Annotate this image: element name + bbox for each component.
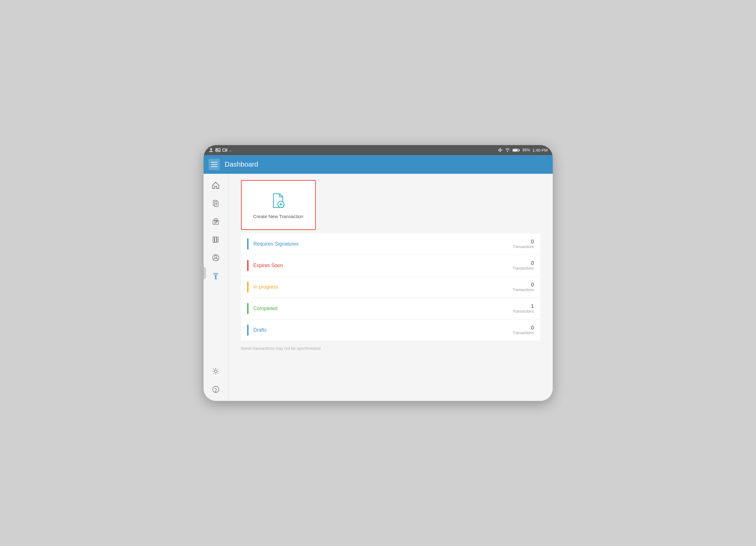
- status-bar-right: 86% 1:40 PM: [498, 148, 547, 152]
- requires-signatures-accent: [247, 238, 248, 249]
- archive-icon: [211, 235, 220, 244]
- svg-rect-19: [213, 237, 214, 242]
- svg-point-26: [214, 370, 217, 373]
- bottom-notice: Some transactions may not be synchronize…: [229, 341, 553, 356]
- sidebar-item-settings[interactable]: [206, 363, 225, 380]
- status-bar: ... 86% 1:40 PM: [204, 145, 553, 155]
- menu-button[interactable]: [209, 159, 220, 170]
- transaction-item-drafts[interactable]: Drafts 0 Transactions: [241, 320, 540, 341]
- completed-accent: [247, 303, 248, 314]
- content-area: Create New Transaction Requires Signatur…: [229, 174, 553, 401]
- requires-signatures-label: Requires Signatures: [253, 241, 513, 247]
- sidebar-item-home[interactable]: [206, 177, 225, 194]
- transaction-item-expires-soon[interactable]: Expires Soon 0 Transactions: [241, 255, 540, 277]
- sidebar-item-help[interactable]: [206, 381, 225, 398]
- dots-status: ...: [229, 148, 232, 152]
- svg-rect-0: [209, 151, 213, 152]
- menu-line-3: [211, 166, 217, 167]
- expires-soon-accent: [247, 260, 248, 271]
- svg-point-18: [217, 221, 218, 222]
- drafts-count: 0 Transactions: [513, 325, 534, 335]
- sidebar-item-broadcast[interactable]: [206, 267, 225, 284]
- bottom-notice-text: Some transactions may not be synchronize…: [241, 346, 321, 351]
- profile-icon: [211, 253, 220, 262]
- sidebar-item-archive[interactable]: [206, 231, 225, 248]
- svg-rect-15: [214, 219, 217, 221]
- upload-status-icon: [209, 148, 214, 152]
- svg-point-23: [215, 276, 216, 277]
- create-transaction-icon: [269, 191, 288, 210]
- settings-icon: [211, 367, 220, 376]
- sidebar: [204, 174, 229, 401]
- main-layout: Create New Transaction Requires Signatur…: [204, 174, 553, 401]
- app-header: Dashboard: [204, 155, 553, 174]
- document-icon: [211, 199, 220, 208]
- tablet-frame: ... 86% 1:40 PM: [204, 145, 553, 401]
- sidebar-handle: [204, 267, 206, 279]
- drafts-accent: [247, 325, 248, 336]
- svg-rect-7: [519, 149, 520, 151]
- menu-line-2: [211, 164, 217, 165]
- wifi-status-icon: [505, 148, 510, 152]
- battery-percent: 86%: [522, 148, 530, 152]
- header-title: Dashboard: [225, 160, 258, 168]
- create-transaction-label: Create New Transaction: [253, 214, 303, 219]
- menu-line-1: [211, 162, 217, 162]
- transaction-item-completed[interactable]: Completed 1 Transactions: [241, 298, 540, 320]
- completed-count: 1 Transactions: [513, 304, 534, 314]
- sidebar-item-transactions[interactable]: [206, 213, 225, 230]
- create-section: Create New Transaction: [229, 174, 553, 233]
- svg-rect-8: [513, 149, 518, 151]
- svg-rect-20: [215, 237, 216, 242]
- svg-rect-3: [223, 149, 226, 151]
- transaction-item-in-progress[interactable]: In progress 0 Transactions: [241, 277, 540, 298]
- expires-soon-count: 0 Transactions: [513, 260, 534, 270]
- requires-signatures-count: 0 Transactions: [513, 239, 534, 249]
- transaction-item-requires-signatures[interactable]: Requires Signatures 0 Transactions: [241, 233, 540, 255]
- status-bar-left: ...: [209, 148, 232, 152]
- expires-soon-label: Expires Soon: [253, 263, 513, 268]
- in-progress-accent: [247, 282, 248, 293]
- help-icon: [211, 385, 220, 394]
- sidebar-item-documents[interactable]: [206, 195, 225, 212]
- home-icon: [211, 181, 220, 190]
- in-progress-label: In progress: [253, 284, 513, 290]
- video-status-icon: [222, 148, 227, 152]
- svg-point-28: [215, 391, 216, 392]
- battery-status-icon: [513, 148, 520, 152]
- transaction-list: Requires Signatures 0 Transactions Expir…: [229, 233, 553, 341]
- mute-icon: [498, 148, 503, 152]
- sidebar-item-profile[interactable]: [206, 249, 225, 266]
- drafts-label: Drafts: [253, 327, 513, 333]
- create-transaction-icon-wrapper: [269, 191, 288, 210]
- transactions-icon: [211, 217, 220, 226]
- broadcast-icon: [211, 271, 220, 280]
- create-transaction-card[interactable]: Create New Transaction: [241, 180, 316, 230]
- svg-point-22: [214, 255, 217, 258]
- completed-label: Completed: [253, 306, 513, 312]
- status-time: 1:40 PM: [532, 148, 547, 152]
- in-progress-count: 0 Transactions: [513, 282, 534, 292]
- image-status-icon: [215, 148, 220, 152]
